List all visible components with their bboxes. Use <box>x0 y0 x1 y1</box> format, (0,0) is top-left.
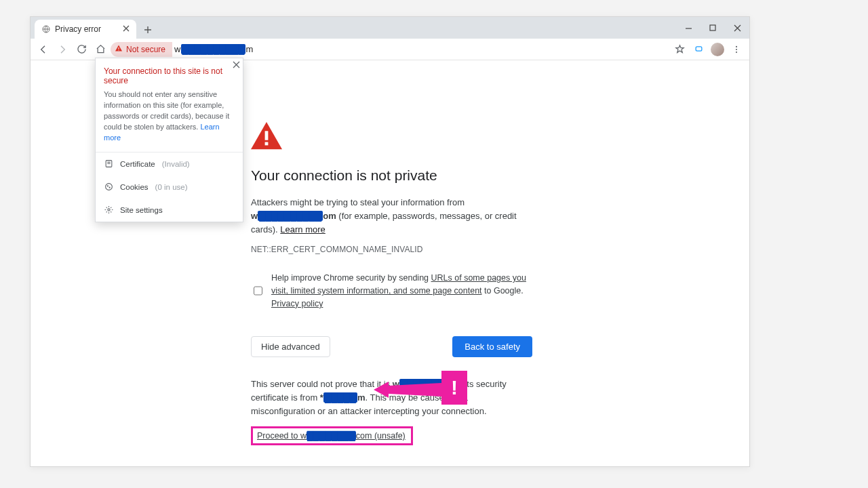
svg-marker-15 <box>374 382 441 398</box>
window-minimize-button[interactable] <box>676 17 701 39</box>
proceed-unsafe-link[interactable]: Proceed to w████████com (unsafe) <box>251 426 413 445</box>
address-bar[interactable]: w ██████████ m <box>174 44 254 54</box>
svg-point-10 <box>107 186 108 186</box>
popup-close-icon[interactable] <box>233 60 240 70</box>
privacy-policy-link[interactable]: Privacy policy <box>271 299 323 308</box>
popup-title: Your connection to this site is not secu… <box>96 58 243 85</box>
bookmark-star-icon[interactable] <box>671 41 688 58</box>
certificate-status: (Invalid) <box>162 160 190 168</box>
certificate-icon <box>104 159 113 169</box>
optin-checkbox[interactable] <box>254 273 262 308</box>
url-suffix: m <box>245 44 254 54</box>
site-settings-row[interactable]: Site settings <box>96 199 243 222</box>
svg-rect-1 <box>710 25 715 30</box>
browser-window: Privacy error <box>30 16 750 467</box>
globe-icon <box>41 24 51 34</box>
error-code: NET::ERR_CERT_COMMON_NAME_INVALID <box>251 245 532 254</box>
not-secure-label: Not secure <box>126 45 165 54</box>
button-row: Hide advanced Back to safety <box>251 336 532 357</box>
home-button[interactable] <box>92 41 109 58</box>
reload-button[interactable] <box>73 41 90 58</box>
optin-row: Help improve Chrome security by sending … <box>251 272 532 310</box>
tab-title: Privacy error <box>55 24 101 34</box>
interstitial-paragraph-1: Attackers might be trying to steal your … <box>251 196 532 237</box>
redacted-host: ██████████ <box>258 211 323 221</box>
forward-button[interactable] <box>54 41 71 58</box>
site-settings-label: Site settings <box>120 206 163 214</box>
annotation-mark: ! <box>441 371 467 405</box>
cookies-label: Cookies <box>120 183 149 191</box>
gear-icon <box>104 205 113 215</box>
window-close-button[interactable] <box>725 17 749 39</box>
url-prefix: w <box>174 44 181 54</box>
svg-point-12 <box>107 209 109 211</box>
url-redacted: ██████████ <box>181 44 245 54</box>
hide-advanced-button[interactable]: Hide advanced <box>251 336 330 357</box>
window-maximize-button[interactable] <box>701 17 725 39</box>
learn-more-link[interactable]: Learn more <box>280 224 325 235</box>
svg-rect-4 <box>696 47 702 51</box>
svg-point-5 <box>736 45 737 47</box>
menu-button[interactable] <box>728 41 745 58</box>
back-to-safety-button[interactable]: Back to safety <box>452 336 532 357</box>
svg-point-11 <box>109 187 110 188</box>
new-tab-button[interactable] <box>139 21 157 39</box>
tab-privacy-error[interactable]: Privacy error <box>35 20 136 39</box>
extension-icon[interactable] <box>690 41 707 58</box>
interstitial-heading: Your connection is not private <box>251 167 532 184</box>
svg-point-7 <box>736 52 737 53</box>
svg-rect-14 <box>265 142 269 146</box>
window-controls <box>676 17 749 39</box>
certificate-row[interactable]: Certificate (Invalid) <box>96 152 243 176</box>
svg-point-9 <box>105 184 112 190</box>
svg-rect-2 <box>119 47 119 49</box>
warning-triangle-icon <box>115 44 123 54</box>
cookie-icon <box>104 182 113 192</box>
annotation-arrow-icon <box>374 376 448 403</box>
certificate-label: Certificate <box>120 160 155 168</box>
svg-rect-13 <box>265 131 269 140</box>
not-secure-chip[interactable]: Not secure <box>111 42 172 57</box>
back-button[interactable] <box>35 41 52 58</box>
big-warning-icon <box>251 121 282 150</box>
cookies-status: (0 in use) <box>155 183 188 191</box>
svg-point-6 <box>736 48 737 49</box>
site-info-popup: Your connection to this site is not secu… <box>95 58 243 222</box>
svg-rect-3 <box>119 50 119 51</box>
profile-avatar[interactable] <box>709 41 726 58</box>
tab-close-icon[interactable] <box>123 24 130 34</box>
tab-strip: Privacy error <box>31 17 749 39</box>
cookies-row[interactable]: Cookies (0 in use) <box>96 176 243 199</box>
popup-body: You should not enter any sensitive infor… <box>96 85 243 152</box>
